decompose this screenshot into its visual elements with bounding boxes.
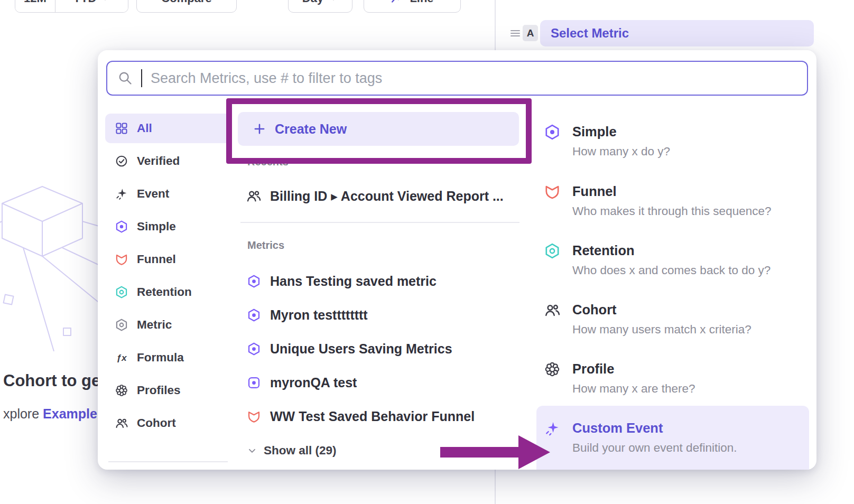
type-title: Profile	[572, 360, 809, 378]
metric-item-label: myronQA test	[270, 375, 357, 390]
hexagon-icon	[247, 308, 261, 322]
chart-type-line-label: Line	[410, 0, 433, 5]
range-ytd-label: YTD	[73, 0, 96, 5]
type-row-custom-event[interactable]: Custom Event Build your own event defini…	[536, 406, 809, 470]
simple-hexagon-icon	[544, 124, 561, 141]
sidebar-item-event[interactable]: Event	[105, 179, 231, 209]
sidebar-item-label: Retention	[137, 285, 192, 299]
sidebar-item-metric[interactable]: Metric	[105, 310, 231, 340]
create-new-label: Create New	[275, 122, 347, 137]
interval-day-button[interactable]: Day	[288, 0, 352, 13]
interval-day-label: Day	[302, 0, 323, 5]
select-metric-modal: All Verified Event Simple Funnel Retenti…	[98, 50, 816, 470]
metric-item[interactable]: myronQA test	[238, 368, 521, 397]
sidebar-item-funnel[interactable]: Funnel	[105, 245, 231, 274]
sidebar-item-retention[interactable]: Retention	[105, 277, 231, 307]
type-row-cohort[interactable]: Cohort How many users match x criteria?	[536, 301, 809, 337]
hexagon-icon	[247, 274, 261, 288]
recent-item[interactable]: Billing ID ▸ Account Viewed Report ...	[238, 181, 521, 211]
chart-type-line-button[interactable]: Line	[364, 0, 461, 13]
svg-text:ƒx: ƒx	[116, 352, 127, 363]
metric-item-label: WW Test Saved Behavior Funnel	[270, 409, 475, 424]
search-box[interactable]	[106, 61, 808, 96]
rounded-square-icon	[247, 376, 261, 390]
sidebar-item-simple[interactable]: Simple	[105, 212, 231, 241]
formula-icon: ƒx	[115, 351, 128, 365]
simple-hexagon-icon	[115, 220, 128, 234]
type-title: Funnel	[572, 182, 809, 200]
show-all-label: Show all (29)	[264, 444, 337, 458]
metrics-heading: Metrics	[247, 239, 284, 251]
cohort-people-icon	[115, 416, 128, 430]
funnel-icon	[247, 409, 261, 424]
type-description: Who makes it through this sequence?	[572, 204, 809, 219]
saved-metrics-list: Hans Testing saved metric Myron testtttt…	[238, 266, 521, 431]
type-row-retention[interactable]: Retention Who does x and comes back to d…	[536, 241, 809, 278]
type-title: Retention	[572, 241, 809, 259]
type-title: Simple	[572, 123, 809, 141]
range-12m-button[interactable]: 12M	[15, 0, 55, 12]
type-row-simple[interactable]: Simple How many x do y?	[536, 123, 809, 159]
metric-item[interactable]: Hans Testing saved metric	[238, 266, 521, 296]
grid-icon	[115, 122, 128, 135]
sidebar-item-verified[interactable]: Verified	[105, 146, 231, 176]
date-range-group: 12M YTD	[15, 0, 128, 13]
sidebar-item-label: Funnel	[137, 253, 176, 266]
type-description: How many x are there?	[572, 381, 809, 396]
sidebar-item-label: Profiles	[137, 384, 181, 397]
metric-item-label: Hans Testing saved metric	[270, 274, 437, 289]
recent-item-label: Billing ID ▸ Account Viewed Report ...	[270, 189, 504, 204]
sidebar-item-label: Verified	[137, 154, 180, 168]
create-new-button[interactable]: Create New	[238, 112, 519, 146]
empty-state-subtitle: xplore Example R	[3, 406, 110, 422]
empty-state-subtitle-text: xplore	[3, 406, 43, 421]
search-input[interactable]	[151, 70, 796, 87]
select-metric-button[interactable]: Select Metric	[540, 20, 814, 46]
chevron-down-icon	[247, 445, 257, 456]
drag-handle-icon[interactable]	[509, 27, 522, 40]
range-ytd-button[interactable]: YTD	[55, 0, 128, 12]
type-title: Cohort	[572, 301, 809, 319]
metric-item-label: Myron testttttttt	[270, 307, 368, 323]
chevron-down-icon	[329, 0, 338, 3]
custom-event-sparkle-icon	[544, 420, 561, 437]
text-caret	[141, 69, 142, 87]
recents-heading: Recents	[247, 156, 289, 168]
retention-hexagon-icon	[115, 285, 128, 299]
sidebar-item-label: All	[137, 122, 152, 135]
compare-button[interactable]: Compare	[136, 0, 237, 13]
funnel-icon	[115, 253, 128, 266]
show-all-button[interactable]: Show all (29)	[238, 436, 345, 465]
cohort-people-icon	[544, 302, 561, 319]
type-row-profile[interactable]: Profile How many x are there?	[536, 360, 809, 396]
plus-icon	[253, 122, 266, 136]
category-sidebar: All Verified Event Simple Funnel Retenti…	[105, 114, 231, 470]
sidebar-divider	[108, 461, 228, 462]
sidebar-item-profiles[interactable]: Profiles	[105, 376, 231, 405]
event-sparkle-icon	[115, 187, 128, 201]
sidebar-item-formula[interactable]: ƒx Formula	[105, 343, 231, 372]
app-root: 12M YTD Compare Day Line A Select Metric	[0, 0, 854, 504]
sidebar-item-cohort[interactable]: Cohort	[105, 408, 231, 438]
profiles-flower-icon	[544, 361, 561, 378]
chevron-down-icon	[100, 0, 110, 3]
empty-state-title: Cohort to ge	[3, 371, 100, 390]
type-row-funnel[interactable]: Funnel Who makes it through this sequenc…	[536, 182, 809, 219]
retention-hexagon-icon	[544, 242, 561, 259]
metric-item[interactable]: Unique Users Saving Metrics	[238, 334, 521, 363]
sidebar-item-label: Simple	[137, 220, 176, 234]
sidebar-item-all[interactable]: All	[105, 114, 231, 143]
type-description: Who does x and comes back to do y?	[572, 263, 809, 278]
type-title: Custom Event	[572, 419, 809, 437]
type-description: Build your own event definition.	[572, 441, 809, 455]
section-divider	[240, 222, 519, 223]
metric-item[interactable]: Myron testttttttt	[238, 300, 521, 330]
sidebar-item-label: Cohort	[137, 416, 176, 430]
metric-item[interactable]: WW Test Saved Behavior Funnel	[238, 402, 521, 431]
metric-hexagon-icon	[115, 318, 128, 332]
hexagon-icon	[247, 342, 261, 356]
cohort-people-icon	[246, 188, 262, 204]
sidebar-item-label: Event	[137, 187, 169, 201]
verified-badge-icon	[115, 154, 128, 168]
profiles-flower-icon	[115, 384, 128, 397]
